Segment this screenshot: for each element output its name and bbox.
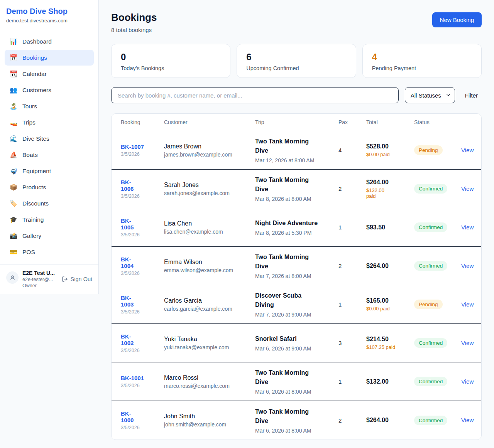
booking-id-link[interactable]: BK-1007 [121,143,144,150]
filter-row: All Statuses Filter [111,87,482,103]
sidebar-item-tours[interactable]: 🏝️ Tours [5,98,94,114]
booking-id-link[interactable]: BK-1000 [121,410,137,423]
view-link[interactable]: View [461,301,474,308]
total-cell: $264.00 $132.00 paid [366,179,414,199]
sidebar-item-products[interactable]: 📦 Products [5,179,94,195]
table-row: BK-1001 3/5/2026 Marco Rossi marco.rossi… [112,362,481,401]
trip-datetime: Mar 6, 2026 at 9:00 AM [255,345,335,352]
trip-datetime: Mar 7, 2026 at 8:00 AM [255,273,335,279]
view-link[interactable]: View [461,147,474,153]
discounts-icon: 🏷️ [9,200,18,207]
total-cell: $132.00 [366,378,414,385]
stat-label: Upcoming Confirmed [246,65,346,71]
col-header-pax: Pax [338,114,366,131]
actions-cell: View [461,185,482,192]
page-title-block: Bookings 8 total bookings [111,12,157,33]
equipment-icon: 🤿 [9,167,18,175]
status-filter-select[interactable]: All Statuses [405,87,455,103]
sidebar-item-trips[interactable]: 🚤 Trips [5,115,94,130]
customer-name: John Smith [164,413,251,420]
customer-name: Carlos Garcia [164,297,251,304]
pax-cell: 4 [338,147,366,153]
table-body: BK-1007 3/5/2026 James Brown james.brown… [112,131,481,440]
total-amount: $528.00 [366,143,410,150]
status-badge: Confirmed [414,222,447,232]
sidebar-item-label: Trips [22,119,36,126]
booking-cell: BK-1003 3/5/2026 [112,295,164,315]
table-row: BK-1002 3/5/2026 Yuki Tanaka yuki.tanaka… [112,324,481,362]
sidebar-item-calendar[interactable]: 📆 Calendar [5,66,94,82]
sign-out-button[interactable]: Sign Out [62,276,92,282]
sidebar-item-boats[interactable]: ⛵ Boats [5,147,94,163]
table-row: BK-1003 3/5/2026 Carlos Garcia carlos.ga… [112,285,481,324]
page-title: Bookings [111,12,157,24]
trip-datetime: Mar 6, 2026 at 8:00 AM [255,428,335,434]
sidebar-item-label: Dive Sites [22,135,49,142]
trip-name: Two Tank Morning Dive [255,137,321,155]
user-icon [9,275,16,281]
booking-date: 3/5/2026 [121,383,160,388]
sidebar-item-discounts[interactable]: 🏷️ Discounts [5,195,94,211]
paid-amount: $107.25 paid [366,344,410,350]
customer-email: john.smith@example.com [164,421,251,428]
filter-button[interactable]: Filter [461,92,482,99]
stat-value: 6 [246,52,346,62]
customer-email: yuki.tanaka@example.com [164,344,251,350]
view-link[interactable]: View [461,378,474,385]
view-link[interactable]: View [461,340,474,346]
customer-name: Sarah Jones [164,182,251,189]
pax-cell: 2 [338,263,366,269]
booking-id-link[interactable]: BK-1002 [121,333,137,346]
view-link[interactable]: View [461,263,474,269]
booking-id-link[interactable]: BK-1006 [121,179,137,192]
pax-cell: 2 [338,417,366,424]
booking-cell: BK-1007 3/5/2026 [112,143,164,157]
products-icon: 📦 [9,184,18,191]
trip-name: Night Dive Adventure [255,219,321,228]
sidebar-item-customers[interactable]: 👥 Customers [5,82,94,98]
sidebar-item-training[interactable]: 🎓 Training [5,212,94,227]
actions-cell: View [461,263,482,269]
customer-name: Yuki Tanaka [164,336,251,343]
booking-id-link[interactable]: BK-1004 [121,256,137,269]
sidebar-item-label: Tours [22,103,37,110]
total-amount: $132.00 [366,378,410,385]
pax-cell: 2 [338,185,366,192]
customer-email: lisa.chen@example.com [164,229,251,235]
sidebar-item-gallery[interactable]: 📸 Gallery [5,228,94,244]
dive-sites-icon: 🌊 [9,135,18,142]
sidebar-item-dashboard[interactable]: 📊 Dashboard [5,34,94,49]
customer-name: James Brown [164,143,251,150]
sidebar-item-pos[interactable]: 💳 POS [5,244,94,260]
stat-value: 0 [121,52,221,62]
trip-name: Two Tank Morning Dive [255,407,321,426]
total-amount: $264.00 [366,179,410,186]
sidebar-header: Demo Dive Shop demo.test.divestreams.com [0,0,98,29]
booking-date: 3/5/2026 [121,425,160,430]
tours-icon: 🏝️ [9,103,18,110]
paid-amount: $132.00 paid [366,187,387,199]
booking-id-link[interactable]: BK-1005 [121,217,137,231]
total-cell: $528.00 $0.00 paid [366,143,414,157]
actions-cell: View [461,224,482,231]
trip-datetime: Mar 6, 2026 at 8:00 AM [255,389,335,395]
view-link[interactable]: View [461,185,474,192]
sidebar-item-equipment[interactable]: 🤿 Equipment [5,163,94,179]
trip-datetime: Mar 8, 2026 at 5:30 PM [255,230,335,236]
customer-cell: Yuki Tanaka yuki.tanaka@example.com [164,336,255,350]
booking-id-link[interactable]: BK-1001 [121,375,144,381]
view-link[interactable]: View [461,417,474,423]
customer-email: carlos.garcia@example.com [164,306,251,312]
user-email: e2e-tester@... [22,277,58,282]
view-link[interactable]: View [461,224,474,231]
new-booking-button[interactable]: New Booking [432,12,482,27]
avatar [6,271,19,284]
sidebar-item-dive-sites[interactable]: 🌊 Dive Sites [5,131,94,147]
status-badge: Confirmed [414,338,447,348]
booking-id-link[interactable]: BK-1003 [121,295,137,308]
sidebar-item-label: Discounts [22,200,49,207]
sidebar-item-bookings[interactable]: 📅 Bookings [5,50,94,66]
trip-cell: Two Tank Morning Dive Mar 6, 2026 at 8:0… [255,407,338,434]
search-input[interactable] [111,87,399,103]
total-amount: $93.50 [366,224,410,231]
